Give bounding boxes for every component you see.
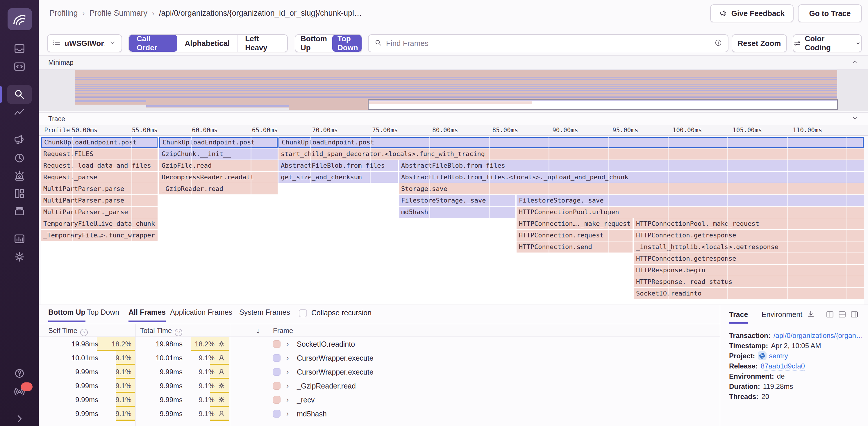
detail-value[interactable]: /api/0/organizations/{organ… <box>774 332 863 339</box>
chevron-up-icon[interactable] <box>851 58 859 67</box>
stats-icon <box>13 232 26 245</box>
tab-trace[interactable]: Trace <box>729 310 748 324</box>
sidebar-item-issues[interactable] <box>13 42 26 55</box>
table-row[interactable]: 10.01ms9.1%10.01ms9.1%›CursorWrapper.exe… <box>39 351 720 365</box>
expand-chevron-icon[interactable]: › <box>286 351 289 365</box>
sort-call-order[interactable]: Call Order <box>129 35 177 52</box>
flame-frame[interactable]: start_child_span_decorator.<locals>.func… <box>278 149 864 160</box>
sidebar-item-help[interactable] <box>13 367 26 380</box>
sidebar-item-projects[interactable] <box>13 60 26 73</box>
flame-frame[interactable]: _TemporaryFile…>.func_wrapper <box>41 230 158 241</box>
detail-value: Apr 2, 10:05 AM <box>771 342 821 350</box>
tab-bottom-up[interactable]: Bottom Up <box>48 308 86 322</box>
table-row[interactable]: 9.99ms9.1%9.99ms9.1%›md5hash <box>39 407 720 421</box>
table-row[interactable]: 19.98ms18.2%19.98ms18.2%›SocketIO.readin… <box>39 337 720 351</box>
thread-selector-dropdown[interactable]: uWSGIWor… <box>47 34 122 52</box>
sidebar-item-feedback[interactable] <box>13 133 26 146</box>
expand-chevron-icon[interactable]: › <box>286 365 289 379</box>
give-feedback-button[interactable]: Give Feedback <box>710 4 794 22</box>
reset-zoom-button[interactable]: Reset Zoom <box>732 34 787 52</box>
flame-frame[interactable]: AbstractFileBlob.from_files <box>278 160 398 171</box>
flame-frame[interactable]: MultiPartParser._parse <box>41 207 158 218</box>
sort-direction-arrow[interactable]: ↓ <box>256 326 260 335</box>
info-icon[interactable] <box>714 38 723 48</box>
sidebar-item-replays[interactable] <box>13 151 26 164</box>
minimap-viewport[interactable] <box>368 99 838 110</box>
flame-frame[interactable]: Request._parse <box>41 172 158 183</box>
find-frames-search[interactable]: Find Frames <box>368 34 728 52</box>
tab-top-down[interactable]: Top Down <box>87 308 119 321</box>
breadcrumb-item[interactable]: /api/0/organizations/{organization_id_or… <box>159 9 362 18</box>
go-to-trace-button[interactable]: Go to Trace <box>798 4 862 22</box>
flame-frame[interactable]: DecompressReader.readall <box>159 172 278 183</box>
detail-value[interactable]: 87aab1d9cfa0 <box>761 362 805 370</box>
tab-all-frames[interactable]: All Frames <box>128 308 166 322</box>
flame-frame[interactable]: GzipFile.read <box>159 160 278 171</box>
flame-frame[interactable]: FilestoreStorage._save <box>517 195 864 206</box>
tab-environment[interactable]: Environment <box>762 310 802 322</box>
flame-frame[interactable]: MultiPartParser.parse <box>41 183 158 194</box>
sentry-logo[interactable] <box>7 8 32 30</box>
flame-frame[interactable]: ChunkUploadEndpoint.post <box>278 137 864 148</box>
tab-system-frames[interactable]: System Frames <box>239 308 290 321</box>
flame-frame[interactable]: AbstractFileBlob.from_files.<locals>._up… <box>399 172 864 183</box>
sidebar-item-releases[interactable] <box>13 204 26 218</box>
expand-chevron-icon[interactable]: › <box>286 379 289 393</box>
tab-application-frames[interactable]: Application Frames <box>170 308 232 321</box>
frame-name[interactable]: _GzipReader.read <box>297 379 356 393</box>
sidebar-item-explore[interactable] <box>7 85 32 104</box>
chevron-down-icon[interactable] <box>851 114 859 123</box>
table-row[interactable]: 9.99ms9.1%9.99ms9.1%›_GzipReader.read <box>39 379 720 393</box>
flame-frame[interactable]: AbstractFileBlob.from_files <box>399 160 864 171</box>
collapse-recursion-checkbox[interactable] <box>299 309 307 317</box>
flame-frame[interactable]: ChunkUploadEndpoint.post <box>41 137 158 148</box>
breadcrumb-item[interactable]: Profile Summary <box>90 9 148 18</box>
flame-frame[interactable]: Request._load_data_and_files <box>41 160 158 171</box>
expand-chevron-icon[interactable]: › <box>286 393 289 407</box>
breadcrumb-item[interactable]: Profiling <box>50 9 78 18</box>
frame-name[interactable]: CursorWrapper.execute <box>297 351 374 365</box>
sidebar-collapse-button[interactable] <box>13 412 26 425</box>
sort-left-heavy[interactable]: Left Heavy <box>237 35 287 52</box>
self-time-header[interactable]: Self Time? <box>48 327 88 336</box>
color-coding-dropdown[interactable]: Color Coding <box>793 34 862 52</box>
frame-header[interactable]: Frame <box>273 327 293 335</box>
flame-frame[interactable]: HTTPConnection…._make_request <box>517 218 632 229</box>
sidebar-item-alerts[interactable] <box>13 169 26 182</box>
flame-frame[interactable]: TemporaryFileU…ive_data_chunk <box>41 218 158 229</box>
axis-tick: 90.00ms <box>552 127 578 134</box>
total-time-header[interactable]: Total Time? <box>140 327 182 336</box>
frame-name[interactable]: CursorWrapper.execute <box>297 365 374 379</box>
frame-name[interactable]: _recv <box>297 393 314 407</box>
axis-tick: 110.00ms <box>793 127 822 134</box>
flame-frame[interactable]: Storage.save <box>399 183 864 194</box>
expand-chevron-icon[interactable]: › <box>286 337 289 351</box>
direction-bottom-up[interactable]: Bottom Up <box>295 35 332 52</box>
minimap[interactable] <box>39 70 868 111</box>
flame-frame[interactable]: ChunkUploadEndpoint.post <box>159 137 278 148</box>
frame-name[interactable]: md5hash <box>297 407 327 421</box>
flame-frame[interactable]: HTTPConnection.request <box>517 230 632 241</box>
detail-value[interactable]: sentry <box>769 352 788 360</box>
flame-frame[interactable]: get_size_and_checksum <box>278 172 398 183</box>
sidebar-item-dashboards[interactable] <box>13 187 26 200</box>
flame-frame[interactable]: GzipChunk.__init__ <box>159 149 278 160</box>
sidebar-item-settings[interactable] <box>13 250 26 264</box>
sidebar-item-trends[interactable] <box>13 106 26 119</box>
sort-alphabetical[interactable]: Alphabetical <box>177 35 238 52</box>
table-row[interactable]: 9.99ms9.1%9.99ms9.1%›CursorWrapper.execu… <box>39 365 720 379</box>
axis-tick: 65.00ms <box>252 127 278 134</box>
flame-frame[interactable]: md5hash <box>399 207 516 218</box>
flame-frame[interactable]: MultiPartParser.parse <box>41 195 158 206</box>
flame-frame[interactable]: Request.FILES <box>41 149 158 160</box>
frame-name[interactable]: SocketIO.readinto <box>297 337 355 351</box>
flamegraph[interactable]: ChunkUploadEndpoint.postChunkUploadEndpo… <box>41 137 864 304</box>
flame-frame[interactable]: FilestoreStorage._save <box>399 195 516 206</box>
expand-chevron-icon[interactable]: › <box>286 407 289 421</box>
table-row[interactable]: 9.99ms9.1%9.99ms9.1%›_recv <box>39 393 720 407</box>
flame-frame[interactable]: HTTPConnection.send <box>517 241 632 253</box>
direction-top-down[interactable]: Top Down <box>332 35 362 52</box>
sidebar-item-stats[interactable] <box>13 232 26 245</box>
flame-frame[interactable]: HTTPConnectionPool.urlopen <box>517 207 864 218</box>
flame-frame[interactable]: _GzipReader.read <box>159 183 278 194</box>
